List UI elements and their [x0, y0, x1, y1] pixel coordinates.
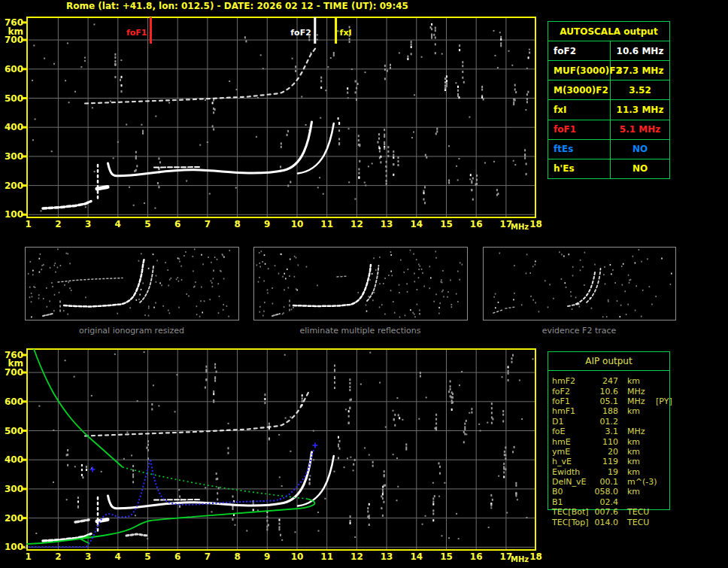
y-tick-top-500: 500	[0, 94, 23, 103]
autoscala-label: foF1	[548, 120, 611, 139]
x-tick-bottom-12: 12	[350, 552, 363, 562]
marker-label-foF1: foF1	[126, 29, 147, 38]
x-tick-bottom-3: 3	[85, 552, 91, 562]
x-tick-bottom-5: 5	[144, 552, 150, 562]
x-tick-bottom-14: 14	[410, 552, 423, 562]
aip-row-hmF1: hmF1188km	[548, 406, 670, 416]
x-tick-top-4: 4	[115, 220, 121, 229]
thumbnail-original-ionogram	[25, 247, 239, 320]
y-tick-bottom-100: 100	[0, 542, 23, 551]
aip-label: foE	[548, 427, 593, 436]
autoscala-table-title: AUTOSCALA output	[548, 22, 669, 41]
aip-label: hmF2	[548, 377, 593, 385]
aip-row-foF1: foF105.1MHz[PY]	[548, 396, 670, 406]
aip-value: 05.1	[593, 397, 618, 405]
aip-table-title: AIP output	[548, 352, 669, 371]
aip-label: DelN_vE	[548, 478, 593, 486]
aip-row-DelN_vE: DelN_vE00.1m^(-3)	[548, 477, 670, 487]
y-tick-bottom-300: 300	[0, 484, 23, 494]
aip-label: h_vE	[548, 457, 593, 466]
aip-unit: km	[618, 448, 651, 456]
x-tick-top-16: 16	[470, 220, 483, 229]
y-tick-bottom-200: 200	[0, 514, 23, 523]
aip-label: TEC[Bot]	[548, 508, 593, 516]
x-tick-top-18: 18	[529, 220, 542, 229]
marker-label-foF2: foF2	[290, 29, 311, 38]
autoscala-row-M(3000)F2: M(3000)F23.52	[548, 80, 669, 100]
x-tick-top-1: 1	[26, 220, 32, 229]
autoscala-label: fxI	[548, 100, 611, 119]
autoscala-row-ftEs: ftEsNO	[548, 140, 669, 159]
x-tick-top-7: 7	[205, 220, 211, 229]
autoscala-table-rows: foF210.6 MHzMUF(3000)F237.3 MHzM(3000)F2…	[548, 41, 669, 178]
y-tick-top-400: 400	[0, 123, 23, 132]
aip-label: TEC[Top]	[548, 518, 593, 527]
aip-row-ymE: ymE20km	[548, 447, 670, 457]
aip-value: 10.6	[593, 387, 618, 396]
x-tick-bottom-15: 15	[440, 552, 453, 562]
aip-row-B0: B0058.0km	[548, 487, 670, 497]
x-tick-top-11: 11	[320, 220, 333, 229]
aip-label: D1	[548, 418, 593, 426]
aip-label: B1	[548, 498, 593, 506]
aip-row-B1: B102.4	[548, 497, 670, 507]
aip-row-foE: foE3.1MHz	[548, 427, 670, 436]
x-tick-top-9: 9	[264, 220, 270, 229]
aip-row-foF2: foF210.6MHz	[548, 386, 670, 396]
thumbnail-eliminate-reflections	[253, 247, 468, 320]
autoscala-label: ftEs	[548, 140, 611, 159]
x-tick-bottom-2: 2	[55, 552, 61, 562]
x-tick-top-5: 5	[144, 220, 150, 229]
autoscala-value: 10.6 MHz	[611, 41, 669, 60]
aip-unit: km	[618, 488, 651, 496]
x-tick-top-13: 13	[381, 220, 393, 229]
aip-unit: MHz	[618, 397, 651, 405]
aip-label: ymE	[548, 448, 593, 456]
aip-row-hmF2: hmF2247km	[548, 376, 670, 386]
x-axis-unit-top: MHz	[511, 223, 529, 231]
aip-value: 110	[593, 438, 618, 446]
aip-value: 119	[593, 457, 618, 466]
thumbnail-caption-2: eliminate multiple reflections	[300, 326, 421, 336]
x-tick-bottom-13: 13	[381, 552, 393, 562]
autoscala-row-fxI: fxI11.3 MHz	[548, 100, 669, 120]
aip-value: 007.6	[593, 508, 618, 516]
x-tick-top-6: 6	[174, 220, 180, 229]
autoscala-label: h'Es	[548, 159, 611, 178]
x-tick-bottom-10: 10	[291, 552, 304, 562]
aip-label: Ewidth	[548, 468, 593, 476]
electron-density-profile	[26, 349, 314, 544]
autoscala-value: 5.1 MHz	[611, 120, 669, 139]
y-tick-top-100: 100	[0, 210, 23, 219]
x-tick-bottom-11: 11	[320, 552, 333, 562]
x-tick-top-2: 2	[55, 220, 61, 229]
aip-unit: TECU	[618, 508, 651, 516]
aip-value: 188	[593, 407, 618, 415]
autoscala-label: foF2	[548, 41, 611, 60]
aip-row-Ewidth: Ewidth19km	[548, 467, 670, 477]
autoscala-value: 11.3 MHz	[611, 100, 669, 119]
x-tick-top-8: 8	[234, 220, 240, 229]
aip-unit: m^(-3)	[618, 478, 651, 486]
autoscala-output-table: AUTOSCALA output foF210.6 MHzMUF(3000)F2…	[548, 21, 670, 179]
y-tick-top-600: 600	[0, 65, 23, 74]
autoscala-value: 37.3 MHz	[611, 61, 669, 80]
aip-label: foF2	[548, 387, 593, 396]
aip-unit: km	[618, 407, 651, 415]
aip-unit: km	[618, 468, 651, 476]
x-tick-top-10: 10	[291, 220, 304, 229]
aip-unit: MHz	[618, 427, 651, 436]
autoscala-label: M(3000)F2	[548, 80, 611, 99]
aip-value: 20	[593, 448, 618, 456]
autoscala-row-foF2: foF210.6 MHz	[548, 41, 669, 61]
aip-label: foF1	[548, 397, 593, 405]
aip-label: B0	[548, 488, 593, 496]
y-tick-bottom-400: 400	[0, 455, 23, 464]
thumbnail-evidence-f2	[483, 247, 676, 320]
y-axis-unit-bottom: km	[0, 358, 23, 369]
aip-value: 01.2	[593, 418, 618, 426]
y-tick-bottom-600: 600	[0, 397, 23, 406]
aip-row-hmE: hmE110km	[548, 436, 670, 446]
y-axis-unit-top: km	[0, 26, 23, 37]
autoscala-row-foF1: foF15.1 MHz	[548, 120, 669, 140]
